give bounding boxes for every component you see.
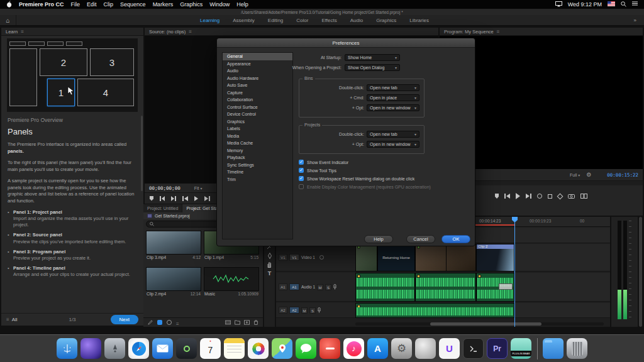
playback-resolution-select[interactable]: Full bbox=[570, 173, 580, 177]
audio-transition-badge[interactable] bbox=[499, 283, 513, 290]
playhead-line[interactable] bbox=[514, 217, 515, 327]
projects-double-click-select[interactable]: Open new tab bbox=[367, 131, 419, 138]
type-tool[interactable]: T bbox=[266, 270, 273, 277]
timeline-music-clip[interactable] bbox=[355, 303, 514, 318]
menu-sequence[interactable]: Sequence bbox=[120, 1, 146, 8]
track-header-v1[interactable]: V1 V1 Video 1 bbox=[276, 244, 355, 272]
dock-icon-premiere-pro[interactable]: Pr bbox=[487, 338, 508, 359]
track-header-a2[interactable]: A2 A2 M S bbox=[276, 303, 355, 318]
source-patch-v1[interactable]: V1 bbox=[279, 254, 287, 261]
pref-category-playback[interactable]: Playback bbox=[223, 154, 292, 162]
bins-opt-select[interactable]: Open in new window bbox=[367, 104, 419, 111]
open-project-select[interactable]: Show Open Dialog bbox=[345, 64, 400, 71]
workspace-tab-graphics[interactable]: Graphics bbox=[376, 18, 396, 23]
add-marker-button[interactable] bbox=[495, 192, 499, 200]
voiceover-mic-icon[interactable] bbox=[333, 284, 336, 290]
settings-wrench-icon[interactable]: ⚙ bbox=[586, 172, 591, 178]
timeline-audio-clip[interactable] bbox=[415, 273, 476, 302]
timeline-v-scrollbar[interactable] bbox=[639, 217, 642, 327]
workspace-tab-learning[interactable]: Learning bbox=[200, 18, 219, 23]
pref-category-collaboration[interactable]: Collaboration bbox=[223, 96, 292, 104]
source-patch-a1[interactable]: A1 bbox=[279, 283, 287, 290]
dock-icon-messages[interactable] bbox=[296, 338, 316, 359]
track-badge-a2[interactable]: A2 bbox=[289, 307, 299, 314]
pen-tool[interactable] bbox=[266, 252, 273, 259]
show-tool-tips-checkbox[interactable] bbox=[299, 168, 304, 173]
zoom-slider-handle[interactable] bbox=[167, 320, 172, 325]
pref-category-labels[interactable]: Labels bbox=[223, 125, 292, 133]
notification-center-icon[interactable] bbox=[632, 1, 638, 8]
loop-button[interactable] bbox=[537, 192, 542, 200]
timeline-h-scrollbar[interactable] bbox=[355, 322, 604, 326]
spotlight-search-icon[interactable] bbox=[621, 1, 626, 8]
pref-category-media-cache[interactable]: Media Cache bbox=[223, 140, 292, 147]
home-icon[interactable]: ⌂ bbox=[0, 15, 16, 25]
pref-category-memory[interactable]: Memory bbox=[223, 147, 292, 155]
icon-view-button[interactable] bbox=[157, 320, 162, 325]
step-back-button[interactable] bbox=[182, 195, 188, 202]
pref-category-auto-save[interactable]: Auto Save bbox=[223, 82, 292, 89]
dock-icon-app-store[interactable]: A bbox=[367, 338, 388, 359]
extract-button[interactable] bbox=[558, 192, 562, 200]
step-forward-button[interactable] bbox=[526, 192, 531, 200]
pref-category-trim[interactable]: Trim bbox=[223, 176, 292, 184]
pref-category-sync-settings[interactable]: Sync Settings bbox=[223, 162, 292, 169]
pref-category-graphics[interactable]: Graphics bbox=[223, 118, 292, 126]
learn-tab-label[interactable]: Learn bbox=[6, 29, 18, 35]
dock-icon-screen-time[interactable] bbox=[319, 338, 340, 359]
delete-trash-icon[interactable] bbox=[253, 320, 258, 325]
input-language-flag-icon[interactable] bbox=[608, 1, 615, 8]
automate-to-sequence-icon[interactable] bbox=[225, 320, 231, 325]
dock-icon-trash[interactable] bbox=[567, 338, 587, 359]
ok-button[interactable]: OK bbox=[441, 235, 470, 243]
mark-out-button[interactable] bbox=[171, 195, 176, 202]
solo-button-a2[interactable]: S bbox=[309, 307, 316, 314]
export-frame-button[interactable] bbox=[568, 192, 575, 200]
dock-icon-documents-folder[interactable] bbox=[543, 338, 564, 359]
add-marker-button[interactable] bbox=[150, 195, 153, 202]
new-item-icon[interactable] bbox=[244, 320, 250, 325]
pref-category-control-surface[interactable]: Control Surface bbox=[223, 104, 292, 111]
source-zoom-select[interactable]: Fit bbox=[194, 186, 203, 190]
playhead-handle[interactable] bbox=[512, 217, 518, 222]
menu-file[interactable]: File bbox=[71, 1, 80, 8]
project-tab-untitled[interactable]: Project: Untitled bbox=[143, 204, 182, 212]
display-color-management-checkbox[interactable] bbox=[299, 184, 304, 189]
dock-icon-siri[interactable] bbox=[80, 338, 101, 359]
workspace-tab-libraries[interactable]: Libraries bbox=[409, 18, 429, 23]
workspace-tab-audio[interactable]: Audio bbox=[350, 18, 363, 23]
dock-icon-dictionary[interactable] bbox=[415, 338, 436, 359]
learn-scrollbar[interactable] bbox=[141, 116, 143, 191]
project-clip-card[interactable]: Clip 3.mp44:12 bbox=[146, 231, 201, 260]
help-button[interactable]: Help bbox=[364, 235, 393, 243]
dock-icon-notes[interactable] bbox=[224, 338, 245, 359]
dock-icon-terminal[interactable] bbox=[463, 338, 484, 359]
all-lessons-button[interactable]: All bbox=[12, 317, 18, 322]
lift-button[interactable] bbox=[548, 192, 552, 200]
dock-icon-launchpad[interactable] bbox=[104, 338, 125, 359]
sort-icons-button[interactable] bbox=[176, 317, 179, 328]
menu-markers[interactable]: Markers bbox=[153, 1, 174, 8]
dock-icon-music[interactable]: ♪ bbox=[343, 338, 364, 359]
track-badge-a1[interactable]: A1 bbox=[289, 283, 299, 290]
workspace-tab-assembly[interactable]: Assembly bbox=[233, 18, 255, 23]
lessons-list-icon[interactable] bbox=[6, 317, 9, 322]
dock-icon-photo-booth[interactable] bbox=[176, 338, 197, 359]
step-forward-button[interactable] bbox=[204, 195, 210, 202]
step-back-button[interactable] bbox=[504, 192, 510, 200]
cancel-button[interactable]: Cancel bbox=[406, 235, 435, 243]
toggle-track-output-icon[interactable] bbox=[319, 255, 324, 260]
panel-menu-icon[interactable] bbox=[189, 29, 192, 35]
mute-button-a2[interactable]: M bbox=[301, 307, 308, 314]
workspace-overflow-icon[interactable]: » bbox=[634, 18, 636, 23]
next-button[interactable]: Next bbox=[111, 315, 138, 324]
projects-opt-select[interactable]: Open in new window bbox=[367, 141, 419, 148]
dock-icon-safari[interactable] bbox=[128, 338, 149, 359]
workspace-tab-color[interactable]: Color bbox=[296, 18, 308, 23]
dock-icon-plugin-bear[interactable]: PLUG-IN BEAR bbox=[511, 338, 531, 359]
new-bin-icon[interactable] bbox=[235, 320, 240, 325]
show-event-indicator-checkbox[interactable] bbox=[299, 160, 304, 165]
track-badge-v1[interactable]: V1 bbox=[289, 254, 299, 261]
timeline-video-clip[interactable] bbox=[415, 244, 476, 272]
bins-double-click-select[interactable]: Open new tab bbox=[367, 84, 419, 91]
